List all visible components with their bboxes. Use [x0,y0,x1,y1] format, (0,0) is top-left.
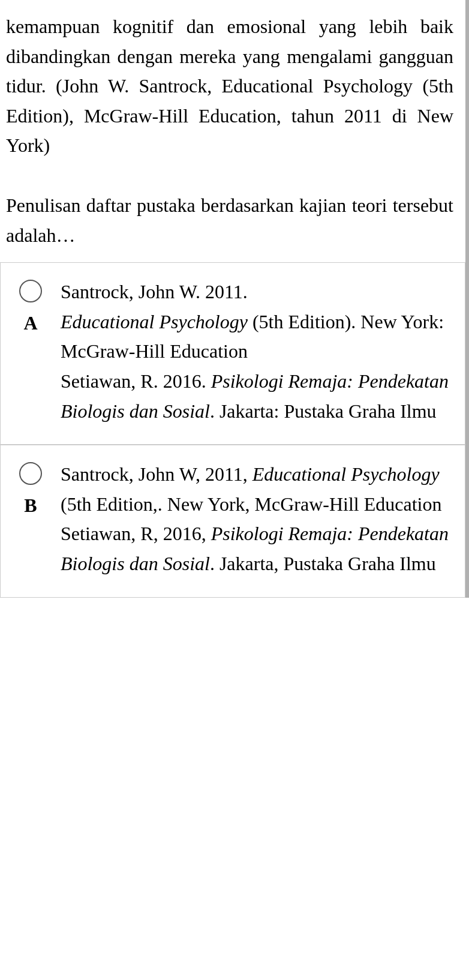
question-text: Penulisan daftar pustaka berdasarkan kaj… [0,173,469,262]
option-b[interactable]: B Santrock, John W, 2011, Educational Ps… [0,445,465,597]
option-b-radio[interactable] [19,462,42,485]
option-b-radio-area: B [7,460,55,520]
option-a[interactable]: A Santrock, John W. 2011. Educational Ps… [0,262,465,445]
page-container: kemampuan kognitif dan emosional yang le… [0,0,469,980]
question-content: Penulisan daftar pustaka berdasarkan kaj… [6,194,453,246]
option-b-label: B [24,491,37,520]
option-b-content: Santrock, John W, 2011, Educational Psyc… [55,460,453,579]
intro-paragraph: kemampuan kognitif dan emosional yang le… [0,0,469,173]
intro-text-content: kemampuan kognitif dan emosional yang le… [6,16,453,156]
option-a-label: A [23,308,37,337]
option-a-radio-area: A [7,277,55,337]
option-a-content: Santrock, John W. 2011. Educational Psyc… [55,277,453,426]
options-container: A Santrock, John W. 2011. Educational Ps… [0,262,469,597]
option-a-radio[interactable] [19,280,42,302]
